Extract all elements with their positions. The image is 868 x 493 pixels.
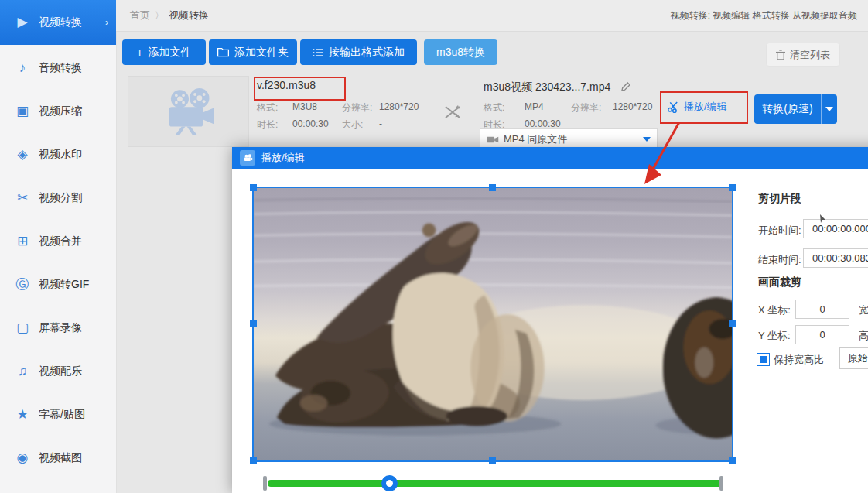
crop-handle-top-right[interactable] (729, 184, 736, 191)
crop-width-label: 宽度: (859, 303, 868, 317)
timeline-track[interactable] (268, 480, 723, 487)
sidebar-item-label: 字幕/贴图 (39, 408, 85, 422)
crop-handle-bottom-left[interactable] (250, 457, 257, 464)
chevron-down-icon (825, 107, 833, 111)
play-edit-modal: 播放/编辑 × (232, 147, 868, 493)
pencil-icon[interactable] (620, 82, 630, 92)
add-by-format-label: 按输出格式添加 (329, 46, 405, 60)
aspect-ratio-select[interactable]: 原始 (839, 347, 868, 369)
add-folder-button[interactable]: 添加文件夹 (209, 39, 297, 65)
output-format-value: MP4 (525, 101, 544, 112)
sidebar-item-video-split[interactable]: ✂ 视频分割 (0, 176, 116, 220)
sidebar-item-screen-record[interactable]: ▢ 屏幕录像 (0, 306, 116, 350)
sidebar-item-video-snapshot[interactable]: ◉ 视频截图 (0, 437, 116, 480)
crop-handle-top-left[interactable] (250, 184, 257, 191)
crop-handle-bottom-right[interactable] (729, 457, 736, 464)
crop-section-title: 画面裁剪 (758, 276, 801, 289)
video-convert-icon: ▶ (14, 14, 31, 31)
video-to-gif-icon: Ⓖ (14, 276, 31, 293)
crop-handle-middle-right[interactable] (729, 320, 736, 327)
sidebar-item-label: 视频转GIF (39, 278, 89, 292)
sidebar-item-label: 视频合并 (39, 235, 82, 248)
list-icon (313, 48, 323, 57)
chevron-down-icon (643, 137, 651, 142)
modal-title: 播放/编辑 (261, 151, 305, 165)
audio-convert-icon: ♪ (14, 60, 31, 77)
crop-handle-bottom-center[interactable] (489, 457, 496, 464)
checkbox-checked-mark (760, 356, 767, 363)
modal-header: 播放/编辑 × (232, 147, 868, 169)
cut-section-title: 剪切片段 (758, 192, 801, 206)
keep-aspect-ratio-label: 保持宽高比 (774, 353, 824, 367)
end-time-label: 结束时间: (758, 253, 801, 267)
scissors-icon (668, 101, 679, 113)
folder-icon (217, 47, 229, 57)
play-edit-link[interactable]: 播放/编辑 (668, 100, 727, 114)
video-camera-icon (487, 135, 499, 144)
header-feature-links[interactable]: 视频转换: 视频编辑 格式转换 从视频提取音频 (671, 9, 857, 22)
source-file-name: v.f230.m3u8 (257, 79, 316, 91)
subtitle-sticker-icon: ★ (14, 406, 31, 423)
crop-handle-middle-left[interactable] (250, 320, 257, 327)
output-format-label: 格式: (484, 101, 504, 115)
output-duration-value: 00:00:30 (525, 118, 561, 129)
playhead-handle[interactable] (381, 475, 398, 491)
breadcrumb-home[interactable]: 首页 (130, 9, 150, 22)
trash-icon (776, 50, 785, 60)
add-file-label: 添加文件 (149, 46, 192, 60)
source-resolution-value: 1280*720 (379, 101, 419, 112)
convert-options-dropdown[interactable] (821, 94, 837, 124)
sidebar-item-label: 视频截图 (39, 451, 82, 465)
breadcrumb-separator: 〉 (155, 9, 164, 22)
video-snapshot-icon: ◉ (14, 450, 31, 467)
video-crop-selection[interactable] (252, 187, 733, 462)
add-by-format-button[interactable]: 按输出格式添加 (300, 39, 417, 65)
start-time-label: 开始时间: (758, 224, 801, 238)
aspect-ratio-value: 原始 (848, 351, 868, 365)
sidebar-item-video-music[interactable]: ♫ 视频配乐 (0, 350, 116, 393)
sidebar-item-video-to-gif[interactable]: Ⓖ 视频转GIF (0, 263, 116, 306)
source-duration-label: 时长: (257, 118, 278, 132)
sidebar-item-video-merge[interactable]: ⊞ 视频合并 (0, 220, 116, 263)
movie-camera-icon (160, 88, 217, 135)
end-time-input[interactable] (803, 248, 868, 268)
crop-x-label: X 坐标: (758, 303, 791, 317)
trim-handle-end[interactable] (719, 476, 723, 491)
sidebar-item-video-compress[interactable]: ▣ 视频压缩 (0, 90, 116, 133)
video-preview (254, 188, 732, 460)
source-resolution-label: 分辨率: (342, 101, 372, 115)
chevron-right-icon: › (105, 17, 108, 28)
sidebar-item-video-watermark[interactable]: ◈ 视频水印 (0, 133, 116, 176)
sidebar-item-subtitle-sticker[interactable]: ★ 字幕/贴图 (0, 393, 116, 437)
shuffle-icon (444, 105, 461, 119)
crop-y-input[interactable] (795, 325, 849, 344)
movie-camera-icon (240, 150, 255, 166)
start-time-input[interactable] (803, 219, 868, 238)
app-window: ▶ 视频转换 › ♪ 音频转换 ▣ 视频压缩 ◈ 视频水印 ✂ 视频分割 ⊞ 视… (0, 0, 868, 493)
m3u8-convert-button[interactable]: m3u8转换 (424, 39, 497, 65)
sidebar-item-label: 视频水印 (39, 148, 82, 162)
sidebar-item-label: 屏幕录像 (39, 321, 82, 335)
sidebar-item-label: 视频转换 (39, 15, 82, 29)
sidebar-item-video-convert[interactable]: ▶ 视频转换 › (0, 0, 116, 45)
crop-x-input[interactable] (795, 300, 849, 319)
trim-handle-start[interactable] (263, 476, 267, 491)
output-file-name: m3u8视频 230423...7.mp4 (484, 80, 610, 94)
crop-y-label: Y 坐标: (758, 329, 791, 343)
breadcrumb-bar: 首页 〉 视频转换 视频转换: 视频编辑 格式转换 从视频提取音频 (116, 0, 868, 32)
crop-handle-top-center[interactable] (489, 184, 496, 191)
video-merge-icon: ⊞ (14, 233, 31, 250)
sidebar-item-audio-convert[interactable]: ♪ 音频转换 (0, 46, 116, 90)
sidebar-item-label: 视频配乐 (39, 365, 82, 378)
sidebar-item-label: 音频转换 (39, 61, 82, 75)
source-size-label: 大小: (342, 118, 363, 132)
m3u8-convert-label: m3u8转换 (436, 46, 485, 60)
convert-button[interactable]: 转换(原速) (754, 94, 821, 124)
sidebar: ▶ 视频转换 › ♪ 音频转换 ▣ 视频压缩 ◈ 视频水印 ✂ 视频分割 ⊞ 视… (0, 0, 117, 493)
keep-aspect-ratio-checkbox[interactable] (757, 353, 770, 366)
output-resolution-value: 1280*720 (613, 101, 652, 112)
output-preset-label: MP4 同原文件 (504, 132, 567, 146)
crop-height-label: 高度: (859, 329, 868, 343)
clear-list-button[interactable]: 清空列表 (766, 43, 840, 67)
add-file-button[interactable]: + 添加文件 (122, 39, 206, 65)
